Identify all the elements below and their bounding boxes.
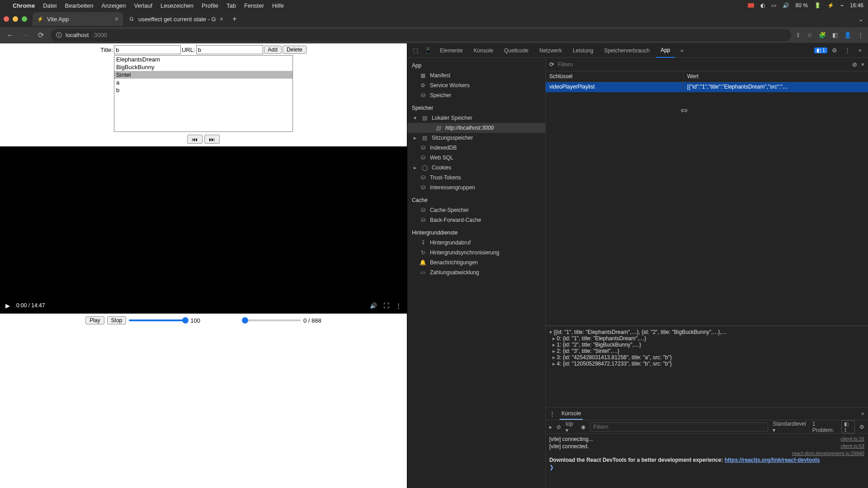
devtools-tab-konsole[interactable]: Konsole bbox=[469, 43, 498, 58]
playlist-item[interactable]: ElephantsDream bbox=[114, 56, 292, 63]
menubar-app[interactable]: Chrome bbox=[13, 2, 35, 9]
close-icon[interactable]: × bbox=[861, 61, 864, 68]
menu-verlauf[interactable]: Verlauf bbox=[134, 2, 152, 9]
device-toolbar-icon[interactable]: 📱 bbox=[423, 45, 434, 56]
storage-preview[interactable]: ▾[{id: "1", title: "ElephantsDream",…}, … bbox=[546, 326, 868, 407]
stop-button[interactable]: Stop bbox=[107, 316, 127, 324]
console-filter-input[interactable] bbox=[590, 422, 768, 432]
storage-filter-input[interactable] bbox=[558, 61, 849, 68]
sidebar-item-payment[interactable]: ▭Zahlungsabwicklung bbox=[407, 267, 545, 277]
storage-col-key[interactable]: Schlüssel bbox=[546, 71, 684, 82]
more-tabs-icon[interactable]: » bbox=[677, 45, 688, 56]
next-track-button[interactable]: ⏭ bbox=[204, 135, 220, 144]
delete-button[interactable]: Delete bbox=[283, 46, 307, 54]
recording-indicator-icon[interactable] bbox=[748, 3, 754, 8]
sidebar-item-indexeddb[interactable]: ⛁IndexedDB bbox=[407, 143, 545, 153]
console-menu-icon[interactable]: ⋮ bbox=[549, 410, 555, 417]
playlist-item[interactable]: a bbox=[114, 79, 292, 86]
clock[interactable]: 16:46 bbox=[850, 2, 863, 9]
menu-datei[interactable]: Datei bbox=[43, 2, 57, 9]
console-close-icon[interactable]: × bbox=[861, 410, 864, 417]
site-info-icon[interactable]: ⓘ bbox=[56, 31, 62, 39]
minimize-window-button[interactable] bbox=[13, 16, 18, 22]
devtools-tab-netzwerk[interactable]: Netzwerk bbox=[535, 43, 566, 58]
wifi-icon[interactable]: ⚡ bbox=[827, 2, 834, 9]
video-menu-icon[interactable]: ⋮ bbox=[396, 302, 401, 309]
chevron-right-icon[interactable]: ▸ bbox=[414, 135, 418, 141]
video-fullscreen-icon[interactable]: ⛶ bbox=[383, 302, 389, 309]
devtools-menu-icon[interactable]: ⋮ bbox=[842, 45, 853, 56]
menu-profile[interactable]: Profile bbox=[202, 2, 218, 9]
sidebar-item-session-storage[interactable]: ▸▤Sitzungsspeicher bbox=[407, 133, 545, 143]
devtools-close-icon[interactable]: × bbox=[854, 45, 865, 56]
sidebar-item-origin[interactable]: ▤http://localhost:3000 bbox=[407, 123, 545, 133]
sidebar-item-cookies[interactable]: ▸◯Cookies bbox=[407, 163, 545, 173]
console-settings-icon[interactable]: ⚙ bbox=[859, 424, 864, 430]
console-sidebar-icon[interactable]: ▸ bbox=[549, 424, 552, 430]
volume-icon[interactable]: 🔊 bbox=[783, 2, 789, 9]
console-problems[interactable]: 1 Problem: bbox=[812, 421, 837, 433]
omnibox[interactable]: ⓘ localhost:3000 bbox=[51, 29, 791, 42]
storage-col-value[interactable]: Wert bbox=[684, 71, 702, 82]
devtools-tab-speicherverbrauch[interactable]: Speicherverbrauch bbox=[599, 43, 654, 58]
sidebar-item-bg-sync[interactable]: ↻Hintergrundsynchronisierung bbox=[407, 248, 545, 258]
reload-button[interactable]: ⟳ bbox=[35, 30, 46, 41]
video-play-icon[interactable]: ▶ bbox=[5, 302, 10, 309]
devtools-settings-icon[interactable]: ⚙ bbox=[829, 45, 840, 56]
video-volume-icon[interactable]: 🔊 bbox=[370, 302, 377, 309]
extensions-icon[interactable]: 🧩 bbox=[819, 32, 826, 38]
video-player[interactable]: ▶ 0:00 / 14:47 🔊 ⛶ ⋮ bbox=[0, 146, 407, 314]
playlist-item[interactable]: Sintel bbox=[114, 71, 292, 79]
devtools-tab-elemente[interactable]: Elemente bbox=[435, 43, 467, 58]
close-tab-icon[interactable]: × bbox=[115, 15, 118, 23]
refresh-icon[interactable]: ⟳ bbox=[549, 61, 554, 68]
devtools-tab-leistung[interactable]: Leistung bbox=[568, 43, 598, 58]
tab-list-button[interactable]: ⌄ bbox=[859, 16, 863, 23]
share-icon[interactable]: ⇪ bbox=[796, 32, 801, 38]
console-level[interactable]: Standardlevel ▾ bbox=[773, 421, 807, 433]
close-window-button[interactable] bbox=[4, 16, 9, 22]
console-live-icon[interactable]: ◉ bbox=[581, 424, 585, 430]
close-tab-icon[interactable]: × bbox=[220, 15, 223, 23]
forward-button[interactable]: → bbox=[20, 30, 31, 41]
inspect-element-icon[interactable]: ⬚ bbox=[410, 45, 421, 56]
console-context[interactable]: top ▾ bbox=[566, 421, 576, 433]
sidebar-item-notifications[interactable]: 🔔Benachrichtigungen bbox=[407, 258, 545, 267]
sidebar-item-bg-fetch[interactable]: ↧Hintergrundabruf bbox=[407, 238, 545, 248]
prev-track-button[interactable]: ⏮ bbox=[187, 135, 203, 144]
playlist-item[interactable]: BigBuckBunny bbox=[114, 63, 292, 71]
sidebar-item-websql[interactable]: ⛁Web SQL bbox=[407, 153, 545, 163]
sidebar-item-local-storage[interactable]: ▾▤Lokaler Speicher bbox=[407, 113, 545, 123]
add-button[interactable]: Add bbox=[264, 46, 282, 54]
back-button[interactable]: ← bbox=[5, 30, 15, 41]
control-center-icon[interactable]: ⌁ bbox=[840, 2, 844, 9]
issues-badge[interactable]: ◧ 1 bbox=[814, 47, 827, 53]
sidepanel-icon[interactable]: ◧ bbox=[832, 32, 838, 38]
new-tab-button[interactable]: + bbox=[229, 13, 241, 25]
tray-icon[interactable]: ◐ bbox=[760, 2, 765, 9]
volume-slider[interactable] bbox=[129, 316, 188, 324]
display-icon[interactable]: ▭ bbox=[771, 2, 776, 9]
column-resize-icon[interactable]: ⇔ bbox=[680, 105, 688, 116]
sidebar-item-speicher[interactable]: ⛁Speicher bbox=[407, 90, 545, 100]
tab-google-search[interactable]: G useeffect get current state - G × bbox=[124, 12, 228, 26]
play-button[interactable]: Play bbox=[85, 316, 104, 324]
sidebar-item-cache-storage[interactable]: ⛁Cache-Speicher bbox=[407, 205, 545, 215]
chevron-right-icon[interactable]: ▸ bbox=[414, 164, 418, 171]
menu-lesezeichen[interactable]: Lesezeichen bbox=[160, 2, 193, 9]
devtools-tab-quellcode[interactable]: Quellcode bbox=[500, 43, 533, 58]
playlist-item[interactable]: b bbox=[114, 86, 292, 94]
sidebar-item-service-workers[interactable]: ⚙Service Workers bbox=[407, 80, 545, 90]
clear-icon[interactable]: ⊘ bbox=[852, 61, 857, 68]
sidebar-item-bf-cache[interactable]: ⛁Back-Forward-Cache bbox=[407, 215, 545, 225]
profile-icon[interactable]: 👤 bbox=[844, 32, 851, 38]
playlist[interactable]: ElephantsDream BigBuckBunny Sintel a b bbox=[114, 55, 293, 132]
menu-fenster[interactable]: Fenster bbox=[244, 2, 264, 9]
maximize-window-button[interactable] bbox=[22, 16, 27, 22]
devtools-tab-app[interactable]: App bbox=[656, 43, 675, 58]
tab-vite-app[interactable]: ⚡ Vite App × bbox=[33, 12, 123, 26]
chevron-down-icon[interactable]: ▾ bbox=[414, 115, 418, 121]
menu-bearbeiten[interactable]: Bearbeiten bbox=[65, 2, 93, 9]
position-slider[interactable] bbox=[242, 316, 301, 324]
battery-icon[interactable]: 🔋 bbox=[814, 2, 821, 9]
